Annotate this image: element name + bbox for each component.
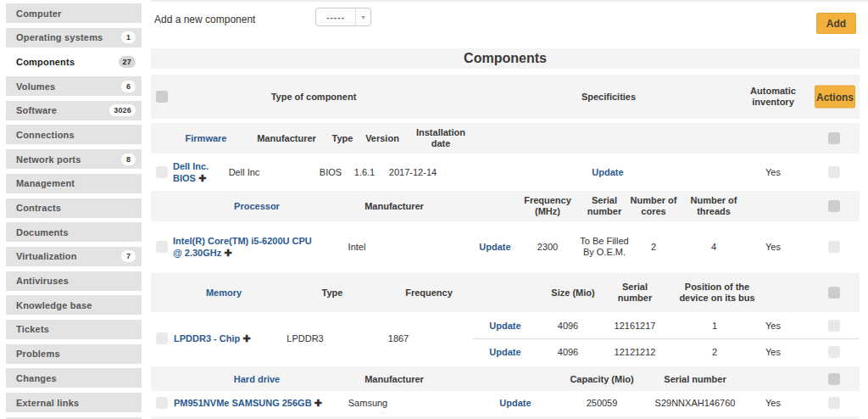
- memory-section-link[interactable]: Memory: [206, 288, 242, 298]
- count-badge: 8: [121, 154, 136, 165]
- row-select-checkbox[interactable]: [828, 166, 840, 178]
- section-select-checkbox[interactable]: [828, 373, 840, 385]
- row-select-checkbox[interactable]: [156, 241, 168, 253]
- col-serial-number: Serial number: [581, 195, 628, 217]
- row-select-checkbox[interactable]: [156, 397, 168, 409]
- table-title: Components: [151, 51, 860, 66]
- firmware-header-row: Firmware Manufacturer Type Version Insta…: [151, 123, 860, 154]
- cell-version: 1.6.1: [354, 167, 375, 177]
- cell-serial-number: 12161217: [615, 321, 656, 331]
- actions-button[interactable]: Actions: [815, 86, 855, 109]
- cell-size: 4096: [558, 347, 578, 357]
- add-subcomponent-icon[interactable]: ✚: [314, 398, 322, 408]
- count-badge: 6: [121, 81, 136, 92]
- processor-row: Intel(R) Core(TM) i5-6200U CPU @ 2.30GHz…: [151, 221, 860, 271]
- component-type-select[interactable]: ----- ▼: [315, 8, 371, 26]
- memory-subrow-1: Update 4096 12161217 1 Yes: [151, 312, 860, 338]
- col-specificities: Specificities: [581, 92, 636, 102]
- sidebar-item-documents[interactable]: Documents: [6, 222, 142, 242]
- count-badge: 1: [121, 31, 136, 43]
- sidebar-item-changes[interactable]: Changes: [6, 368, 142, 388]
- sidebar-item-computer[interactable]: Computer: [6, 3, 142, 23]
- cell-type: BIOS: [320, 167, 342, 177]
- sidebar-item-knowledge-base[interactable]: Knowledge base: [6, 295, 142, 315]
- col-manufacturer: Manufacturer: [364, 201, 424, 211]
- cell-manufacturer: Samsung: [348, 398, 387, 408]
- col-position-on-bus: Position of the device on its bus: [676, 282, 759, 304]
- add-component-label: Add a new component: [154, 14, 255, 25]
- section-select-checkbox[interactable]: [828, 287, 840, 299]
- cell-serial-number: To Be Filled By O.E.M.: [577, 236, 632, 258]
- sidebar-item-software[interactable]: Software 3026: [6, 101, 142, 120]
- cell-automatic-inventory: Yes: [765, 347, 781, 357]
- row-select-checkbox[interactable]: [828, 320, 840, 332]
- sidebar-item-network-ports[interactable]: Network ports 8: [6, 149, 142, 169]
- sidebar-item-connections[interactable]: Connections: [6, 125, 142, 144]
- cell-manufacturer: Dell Inc: [229, 167, 260, 177]
- col-installation-date: Installation date: [407, 127, 475, 149]
- cell-frequency: 2300: [537, 242, 558, 252]
- sidebar-item-volumes[interactable]: Volumes 6: [6, 76, 142, 96]
- sidebar-item-tickets[interactable]: Tickets: [6, 320, 142, 339]
- col-automatic-inventory: Automatic inventory: [739, 86, 807, 108]
- components-table: Components Type of component Specificiti…: [151, 48, 860, 419]
- add-subcomponent-icon[interactable]: ✚: [224, 248, 231, 258]
- cell-automatic-inventory: Yes: [765, 321, 781, 331]
- col-type: Type: [322, 288, 343, 298]
- sidebar-item-operating-systems[interactable]: Operating systems 1: [6, 28, 142, 47]
- col-number-of-cores: Number of cores: [629, 195, 678, 217]
- add-button[interactable]: Add: [816, 13, 856, 34]
- cell-manufacturer: Intel: [348, 242, 366, 252]
- processor-section-link[interactable]: Processor: [234, 201, 280, 211]
- row-select-checkbox[interactable]: [156, 166, 168, 178]
- col-size-mio: Size (Mio): [551, 288, 594, 298]
- col-manufacturer: Manufacturer: [364, 374, 424, 384]
- add-subcomponent-icon[interactable]: ✚: [198, 173, 206, 183]
- cell-automatic-inventory: Yes: [765, 167, 781, 177]
- row-select-checkbox[interactable]: [828, 346, 840, 358]
- firmware-section-link[interactable]: Firmware: [186, 133, 227, 143]
- memory-subrow-2: Update 4096 12121212 2 Yes: [151, 338, 860, 365]
- cell-serial-number: 12121212: [615, 347, 656, 357]
- sidebar-item-management[interactable]: Management: [6, 174, 142, 193]
- update-link[interactable]: Update: [489, 347, 520, 357]
- col-number-of-threads: Number of threads: [683, 195, 744, 217]
- col-frequency: Frequency: [405, 288, 453, 298]
- update-link[interactable]: Update: [489, 321, 520, 331]
- chevron-down-icon: ▼: [355, 8, 370, 25]
- select-all-checkbox[interactable]: [156, 91, 168, 103]
- main-header-row: Type of component Specificities Automati…: [151, 75, 860, 119]
- selected-value: -----: [316, 13, 355, 22]
- col-serial-number: Serial number: [611, 282, 659, 304]
- row-select-checkbox[interactable]: [828, 241, 840, 253]
- cell-serial-number: S29NNXAH146760: [655, 398, 736, 408]
- memory-row: LPDDR3 - Chip✚ LPDDR3 1867 Update 4096 1…: [151, 312, 860, 365]
- col-type-of-component: Type of component: [271, 92, 357, 102]
- update-link[interactable]: Update: [499, 398, 531, 408]
- count-badge: 3026: [109, 104, 136, 116]
- memory-header-row: Memory Type Frequency Size (Mio) Serial …: [151, 273, 860, 312]
- sidebar-item-components[interactable]: Components 27: [6, 52, 142, 71]
- harddrive-section-link[interactable]: Hard drive: [234, 374, 280, 384]
- section-select-checkbox[interactable]: [828, 200, 840, 212]
- firmware-item-link[interactable]: Dell Inc. BIOS✚: [173, 160, 209, 184]
- harddrive-item-link[interactable]: PM951NVMe SAMSUNG 256GB✚: [174, 397, 322, 409]
- processor-item-link[interactable]: Intel(R) Core(TM) i5-6200U CPU @ 2.30GHz…: [173, 235, 312, 259]
- row-select-checkbox[interactable]: [828, 397, 840, 409]
- sidebar-item-external-links[interactable]: External links: [6, 393, 142, 412]
- col-serial-number: Serial number: [664, 374, 726, 384]
- update-link[interactable]: Update: [479, 242, 510, 252]
- cell-automatic-inventory: Yes: [765, 242, 781, 252]
- count-badge: 7: [121, 250, 136, 262]
- cell-threads: 4: [711, 242, 716, 252]
- sidebar-item-contracts[interactable]: Contracts: [6, 198, 142, 218]
- col-manufacturer: Manufacturer: [257, 133, 316, 143]
- col-capacity-mio: Capacity (Mio): [570, 374, 633, 384]
- sidebar-item-problems[interactable]: Problems: [6, 344, 142, 364]
- update-link[interactable]: Update: [592, 167, 623, 177]
- sidebar-item-antiviruses[interactable]: Antiviruses: [6, 271, 142, 291]
- cell-capacity: 250059: [587, 398, 618, 408]
- sidebar-item-virtualization[interactable]: Virtualization 7: [6, 247, 142, 266]
- section-select-checkbox[interactable]: [828, 132, 840, 144]
- count-badge: 27: [119, 56, 136, 68]
